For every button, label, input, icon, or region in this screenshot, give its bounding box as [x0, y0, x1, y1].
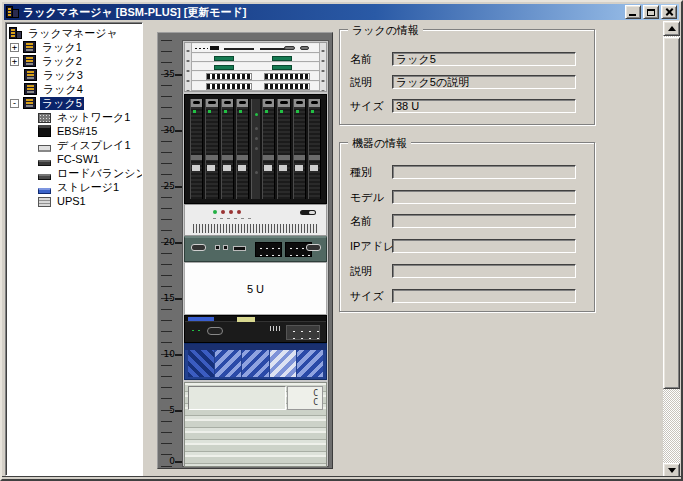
outlet-icon: C [313, 389, 318, 398]
server-blade[interactable] [190, 99, 203, 199]
rack-unit-empty-slot[interactable]: 5 U [184, 262, 327, 315]
rack-unit-led-server[interactable] [184, 204, 327, 236]
netdev-port-row [192, 82, 319, 91]
indicator-dots [211, 217, 253, 220]
tree-item-display1[interactable]: ディスプレイ1 [6, 138, 142, 152]
blade-band [237, 155, 248, 160]
maximize-button[interactable] [643, 5, 659, 19]
expand-icon[interactable]: + [10, 57, 19, 66]
status-led-icon [255, 171, 258, 174]
close-button[interactable] [661, 5, 677, 19]
blade-led-icon [193, 110, 196, 113]
server-blade[interactable] [293, 99, 306, 199]
tree-item-ups1[interactable]: UPS1 [6, 194, 142, 208]
netdev-port-row [192, 72, 319, 81]
server-blade[interactable] [262, 99, 275, 199]
screw-strip [185, 43, 192, 91]
tree-item-rack1[interactable]: + ラック1 [6, 40, 142, 54]
ruler-label-15: 15 [158, 294, 175, 303]
device-description-label: 説明 [350, 265, 372, 278]
ups-connector-panel: C C [287, 386, 323, 410]
tree-item-label: EBS#15 [55, 125, 99, 138]
storage-icon [38, 188, 51, 194]
blade-led-icon [311, 110, 314, 113]
tree-item-loadbalancer3[interactable]: ロードバランシングサーバ3 [6, 166, 142, 180]
expand-icon[interactable]: + [10, 43, 19, 52]
tree-item-ebs15[interactable]: EBS#15 [6, 124, 142, 138]
blade-led-icon [265, 110, 268, 113]
rack-unit-blade-chassis[interactable] [184, 94, 327, 204]
tree-item-rack4[interactable]: ラック4 [6, 82, 142, 96]
tree-item-fcsw1[interactable]: FC-SW1 [6, 152, 142, 166]
vertical-scrollbar[interactable] [663, 21, 680, 478]
device-name-label: 名前 [350, 215, 372, 228]
ruler-tick [175, 410, 182, 412]
ups-front-panel [188, 386, 286, 410]
tree-item-label: ネットワーク1 [55, 111, 132, 124]
title-bar[interactable]: ラックマネージャ [BSM-PLUS] [更新モード] [4, 4, 679, 20]
ruler-tick [175, 186, 182, 188]
scrollbar-thumb[interactable] [663, 37, 680, 389]
tree-item-storage1[interactable]: ストレージ1 [6, 180, 142, 194]
drive-bay [242, 350, 268, 377]
blade-band [309, 155, 320, 160]
port-icon [223, 245, 228, 250]
rack-icon [23, 41, 36, 53]
blade-band [222, 155, 233, 160]
rack-icon [23, 55, 36, 67]
tree-item-rack-manager[interactable]: ラックマネージャ [6, 26, 142, 40]
rack-icon [24, 83, 37, 95]
rack-unit-switch[interactable] [184, 236, 327, 262]
rack-unit-network-device[interactable] [184, 42, 327, 92]
rack-manager-icon [9, 27, 22, 39]
ups-icon [38, 197, 51, 207]
tree-item-rack3[interactable]: ラック3 [6, 68, 142, 82]
drive-bay [215, 350, 241, 377]
app-icon [6, 6, 19, 18]
device-ip-field[interactable] [392, 239, 576, 253]
rack-unit-storage[interactable] [184, 343, 327, 380]
blade-tab [207, 165, 215, 171]
server-blade[interactable] [236, 99, 249, 199]
ruler-tick [175, 74, 182, 76]
tree-item-rack5[interactable]: - ラック5 [6, 96, 142, 110]
tree-item-label: ディスプレイ1 [55, 139, 133, 152]
minimize-button[interactable] [625, 5, 641, 19]
rack-unit-display[interactable] [184, 315, 327, 343]
ruler-tick [175, 130, 182, 132]
device-name-field[interactable] [392, 214, 576, 228]
netdev-module-row [192, 54, 319, 62]
rack-size-field[interactable]: 38 U [392, 99, 576, 113]
server-blade[interactable] [221, 99, 234, 199]
blade-tab [279, 165, 287, 171]
red-led-icon [221, 210, 225, 214]
device-size-field[interactable] [392, 289, 576, 303]
port-icon [215, 245, 220, 250]
vent-slats [193, 224, 318, 233]
tree-item-network1[interactable]: ネットワーク1 [6, 110, 142, 124]
blade-band [278, 155, 289, 160]
server-blade[interactable] [277, 99, 290, 199]
collapse-icon[interactable]: - [10, 99, 19, 108]
outlet-icon: C [313, 398, 318, 407]
rack-name-field[interactable]: ラック5 [392, 52, 576, 66]
port-grid-icon [264, 83, 310, 90]
ruler-label-20: 20 [158, 238, 175, 247]
tree-item-rack2[interactable]: + ラック2 [6, 54, 142, 68]
rack-description-field[interactable]: ラック5の説明 [392, 75, 576, 89]
server-blade[interactable] [205, 99, 218, 199]
scroll-up-button[interactable] [663, 21, 680, 36]
rack-ruler-ticks [161, 40, 172, 467]
device-info-groupbox: 機器の情報 種別 モデル 名前 IPアドレス 説明 サイズ [339, 142, 595, 312]
device-model-field[interactable] [392, 190, 576, 204]
server-blade[interactable] [308, 99, 321, 199]
blade-band [191, 155, 202, 160]
device-description-field[interactable] [392, 264, 576, 278]
rack-unit-ups[interactable]: C C [184, 382, 327, 467]
module-icon [272, 65, 292, 70]
blade-tab [192, 165, 200, 171]
storage-top-strip [185, 344, 326, 350]
network-icon [38, 113, 51, 123]
rack-icon [24, 69, 37, 81]
device-type-field[interactable] [392, 165, 576, 179]
